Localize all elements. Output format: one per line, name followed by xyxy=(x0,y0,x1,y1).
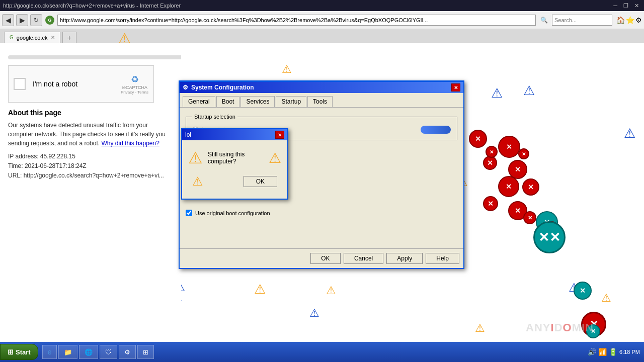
taskbar-item-folder[interactable]: 📁 xyxy=(58,345,77,359)
red-x-7: ✕ xyxy=(522,178,539,196)
sys-config-icon: ⚙ xyxy=(183,84,188,91)
back-btn[interactable]: ◀ xyxy=(2,14,14,26)
red-x-small-1: ✕ xyxy=(486,146,498,158)
teal-x-2: ✕ xyxy=(574,282,592,300)
red-x-4: ✕ xyxy=(508,160,527,179)
tools-icon[interactable]: ⚙ xyxy=(635,16,642,24)
sys-help-btn[interactable]: Help xyxy=(426,253,459,264)
folder-icon: 📁 xyxy=(64,348,72,356)
recaptcha-logo: ♻ reCAPTCHA Privacy - Terms xyxy=(121,74,148,95)
red-x-10: ✕ xyxy=(523,211,536,224)
large-red-x-2: ✕ xyxy=(581,312,606,337)
sys-config-title: System Configuration xyxy=(191,84,254,91)
large-teal-x: ✕✕ xyxy=(533,221,566,253)
home-icon[interactable]: 🏠 xyxy=(616,16,625,24)
tab-services[interactable]: Services xyxy=(240,96,275,107)
search-input[interactable] xyxy=(552,15,612,26)
lol-footer: ⚠ OK xyxy=(188,174,281,193)
boot-config-row: Use original boot configuration xyxy=(186,210,457,216)
clock: 6:18 PM xyxy=(619,348,640,355)
tab-label: google.co.ck xyxy=(17,35,48,41)
red-x-6: ✕ xyxy=(498,176,519,197)
sys-apply-btn[interactable]: Apply xyxy=(386,253,423,264)
tab-boot[interactable]: Boot xyxy=(216,96,240,107)
small-teal-x: ✕ xyxy=(586,324,600,338)
lol-ok-btn[interactable]: OK xyxy=(244,176,277,187)
tab-bar: G google.co.ck ✕ + xyxy=(0,29,644,43)
battery-icon: 🔋 xyxy=(609,348,617,356)
browser-toolbar: ◀ ▶ ↻ G 🔍 🏠 ⭐ ⚙ xyxy=(0,11,644,29)
watermark: ANYIDOMIN xyxy=(526,321,594,334)
taskbar-item-shield[interactable]: 🛡 xyxy=(100,345,117,359)
recaptcha-box: I'm not a robot ♻ reCAPTCHA Privacy - Te… xyxy=(8,65,154,103)
restore-btn[interactable]: ❐ xyxy=(621,3,630,9)
minimize-btn[interactable]: ─ xyxy=(611,3,619,9)
system-tray: 🔊 📶 🔋 6:18 PM xyxy=(584,348,644,356)
taskbar-item-extra[interactable]: ⊞ xyxy=(137,345,154,359)
browser-tab[interactable]: G google.co.ck ✕ xyxy=(4,32,60,43)
warning-icon-blue-13 xyxy=(569,281,580,295)
lol-close-btn[interactable]: ✕ xyxy=(275,131,284,139)
red-x-11: ✕ xyxy=(543,221,559,237)
red-x-9: ✕ xyxy=(508,201,527,220)
red-x-1: ✕ xyxy=(469,130,487,148)
use-original-boot-checkbox[interactable] xyxy=(186,210,192,216)
warning-icon-blue-6 xyxy=(624,126,635,141)
ie-icon-1: e xyxy=(48,348,52,356)
lol-message: Still using this computer? xyxy=(208,151,262,165)
search-bar-area xyxy=(8,55,181,59)
tab-general[interactable]: General xyxy=(183,96,215,107)
gear-icon-taskbar: ⚙ xyxy=(124,348,130,356)
tray-icons: 🔊 📶 🔋 xyxy=(588,348,617,356)
startup-legend: Startup selection xyxy=(192,114,237,120)
lol-message-row: ⚠ Still using this computer? ⚠ xyxy=(188,148,281,167)
tab-favicon: G xyxy=(10,35,14,40)
start-button[interactable]: ⊞ Start xyxy=(0,344,38,360)
warning-icon-8 xyxy=(254,282,266,297)
sys-ok-btn[interactable]: OK xyxy=(310,253,341,264)
sys-cancel-btn[interactable]: Cancel xyxy=(344,253,383,264)
lol-warning-icon: ⚠ xyxy=(188,148,203,167)
address-bar[interactable] xyxy=(57,15,536,26)
taskbar-items: e 📁 🌐 🛡 ⚙ ⊞ xyxy=(42,345,584,359)
page-content: I'm not a robot ♻ reCAPTCHA Privacy - Te… xyxy=(0,43,181,342)
tab-tools[interactable]: Tools xyxy=(307,96,333,107)
recaptcha-checkbox[interactable] xyxy=(14,78,26,90)
lol-body: ⚠ Still using this computer? ⚠ ⚠ OK xyxy=(182,140,287,199)
go-btn[interactable]: G xyxy=(45,16,54,25)
taskbar-item-msconfig[interactable]: ⚙ xyxy=(119,345,136,359)
volume-icon: 🔊 xyxy=(588,348,596,356)
forward-btn[interactable]: ▶ xyxy=(16,14,28,26)
lol-title: lol xyxy=(185,131,191,138)
red-x-5: ✕ xyxy=(518,148,529,159)
sys-config-close-btn[interactable]: ✕ xyxy=(451,83,460,92)
toggle-indicator xyxy=(421,126,451,134)
star-icon[interactable]: ⭐ xyxy=(626,16,634,24)
warning-icon-6 xyxy=(326,284,336,297)
lol-dialog: lol ✕ ⚠ Still using this computer? ⚠ ⚠ O… xyxy=(181,128,288,200)
new-tab-btn[interactable]: + xyxy=(62,32,76,43)
network-icon: 📶 xyxy=(598,348,607,356)
warning-icon-3 xyxy=(282,63,292,76)
warning-icon-blue-11 xyxy=(309,307,319,320)
warning-icon-blue-4 xyxy=(491,85,503,101)
teal-x-1: ✕ xyxy=(536,211,558,233)
tab-startup[interactable]: Startup xyxy=(276,96,306,107)
use-original-boot-label: Use original boot configuration xyxy=(195,210,270,216)
browser-close-btn[interactable]: ✕ xyxy=(632,3,641,9)
tab-close-btn[interactable]: ✕ xyxy=(51,35,55,40)
red-x-3: ✕ xyxy=(483,156,497,170)
recaptcha-label: I'm not a robot xyxy=(33,80,77,88)
taskbar-item-ie1[interactable]: e xyxy=(42,345,57,359)
taskbar: ⊞ Start e 📁 🌐 🛡 ⚙ ⊞ 🔊 📶 🔋 6:18 PM xyxy=(0,342,644,362)
why-link[interactable]: Why did this happen? xyxy=(101,140,159,147)
taskbar-item-ie2[interactable]: 🌐 xyxy=(79,345,98,359)
about-title: About this page xyxy=(8,109,173,117)
sys-config-tabs: General Boot Services Startup Tools xyxy=(180,93,463,108)
browser-title: http://google.co.ck/search?q=how+2+remov… xyxy=(3,3,181,9)
refresh-btn[interactable]: ↻ xyxy=(30,14,42,26)
warning-icon-10 xyxy=(601,292,611,305)
sys-config-titlebar: ⚙ System Configuration ✕ xyxy=(180,82,463,93)
grid-icon: ⊞ xyxy=(143,348,148,356)
sys-config-footer: OK Cancel Apply Help xyxy=(180,248,463,268)
